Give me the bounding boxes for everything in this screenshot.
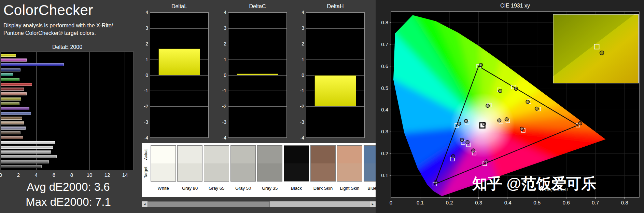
- y-tick-label: 2: [302, 41, 304, 46]
- deltae-bar: [1, 121, 24, 124]
- y-tick-label: 2: [224, 41, 226, 46]
- gridline: [150, 75, 208, 76]
- deltae-bar: [1, 165, 42, 168]
- y-tick-label: 3: [224, 25, 226, 31]
- gridline: [306, 122, 364, 122]
- measured-marker: [498, 119, 501, 122]
- deltae-bar: [1, 146, 53, 149]
- measured-marker: [485, 160, 488, 163]
- gridline: [306, 44, 364, 44]
- x-tick-label: 0.7: [592, 200, 599, 205]
- y-tick-label: -4: [144, 135, 148, 141]
- swatch-patch: [310, 145, 336, 182]
- scrollbar-thumb[interactable]: [148, 201, 270, 207]
- gridline: [228, 44, 286, 44]
- deltae-bar: [1, 73, 13, 76]
- deltae-bar: [1, 78, 19, 81]
- y-tick-label: -1: [144, 88, 148, 93]
- swatch-label: Dark Skin: [310, 186, 336, 191]
- x-tick-label: 6: [53, 172, 55, 178]
- deltah-y-axis: 43210-1-2-3-4: [298, 12, 305, 138]
- swatch-column-white: White: [151, 145, 176, 191]
- y-tick-label: -3: [144, 119, 148, 125]
- cie-chart-title: CIE 1931 xy: [391, 3, 639, 9]
- scroll-right-button[interactable]: ►: [370, 201, 376, 207]
- deltae-bar: [1, 112, 31, 115]
- measured-marker: [479, 63, 482, 67]
- actual-swatch: [257, 146, 282, 163]
- x-tick-label: 14: [122, 172, 128, 178]
- deltac-title: DeltaC: [228, 3, 287, 10]
- measured-marker: [457, 122, 461, 125]
- x-tick-label: 0.3: [475, 200, 482, 205]
- y-tick-label: 0.8: [381, 19, 388, 25]
- deltah-title: DeltaH: [306, 3, 365, 10]
- actual-swatch: [204, 146, 229, 163]
- swatch-patch: [230, 145, 256, 182]
- watermark: 知乎 @范饭爱可乐: [472, 174, 596, 194]
- y-tick-label: 0: [224, 72, 226, 78]
- avg-de2000-stat: Avg dE2000: 3.6: [0, 181, 137, 194]
- measured-marker: [520, 127, 523, 130]
- y-tick-label: 1: [224, 57, 226, 62]
- gridline: [306, 28, 364, 29]
- deltae-bar: [1, 117, 22, 120]
- page-description: Display analysis is performed with the X…: [3, 22, 113, 37]
- x-tick-label: 0.6: [563, 200, 570, 205]
- deltal-title: DeltaL: [150, 3, 209, 10]
- gridline: [228, 59, 286, 60]
- measured-marker: [434, 181, 437, 184]
- gridline: [150, 106, 208, 107]
- x-tick-label: 8: [70, 172, 73, 178]
- y-tick-label: -4: [300, 135, 304, 141]
- deltal-chart: DeltaL 43210-1-2-3-4: [142, 0, 209, 141]
- x-tick-label: 2: [17, 172, 20, 178]
- scroll-left-button[interactable]: ◄: [142, 201, 148, 207]
- deltae-bar: [1, 131, 20, 134]
- actual-swatch: [178, 146, 202, 163]
- deltae-bar: [1, 63, 64, 66]
- gridline: [306, 59, 364, 60]
- deltae-bar: [1, 102, 19, 105]
- target-swatch: [311, 163, 335, 181]
- deltae-bar: [1, 92, 27, 95]
- deltac-chart: DeltaC 43210-1-2-3-4: [220, 0, 288, 141]
- gridline: [150, 91, 208, 91]
- deltah-plot: [306, 12, 365, 138]
- deltae-bar: [1, 136, 23, 139]
- target-swatch: [337, 163, 362, 181]
- deltae-bar: [1, 155, 57, 158]
- measured-marker: [499, 89, 502, 93]
- deltae-bar: [1, 58, 27, 62]
- deltae-x-axis: 02468101214: [1, 172, 134, 178]
- swatch-patch: [204, 145, 229, 182]
- target-swatch: [204, 163, 229, 181]
- deltae-bar: [1, 68, 20, 71]
- colorchecker-panel: ColorChecker Display analysis is perform…: [0, 0, 142, 213]
- target-swatch: [257, 163, 282, 181]
- swatch-patch: [364, 145, 376, 182]
- y-tick-label: -1: [300, 88, 304, 93]
- swatch-column-blue-sky: Blue Sky: [364, 145, 376, 191]
- y-tick-label: -2: [222, 104, 226, 109]
- actual-swatch: [311, 146, 335, 163]
- measured-marker: [514, 87, 518, 90]
- swatch-label: Gray 65: [204, 186, 229, 191]
- deltae-chart-title: DeltaE 2000: [1, 44, 134, 50]
- y-tick-label: 3: [302, 25, 304, 31]
- deltae-bar: [1, 107, 29, 110]
- gridline: [228, 91, 286, 91]
- target-swatch: [364, 163, 376, 181]
- y-tick-label: -1: [222, 88, 226, 93]
- y-tick-label: 0.7: [381, 41, 388, 47]
- y-tick-label: 0.5: [381, 85, 388, 91]
- target-swatch: [151, 163, 176, 181]
- y-tick-label: 2: [145, 41, 148, 46]
- y-tick-label: 0.2: [381, 150, 388, 156]
- deltal-plot: [150, 12, 209, 138]
- swatch-scrollbar[interactable]: ◄ ►: [142, 201, 376, 207]
- gridline: [228, 106, 286, 107]
- y-tick-label: -3: [222, 119, 226, 125]
- gridline: [150, 122, 208, 122]
- x-tick-label: 0: [390, 200, 392, 205]
